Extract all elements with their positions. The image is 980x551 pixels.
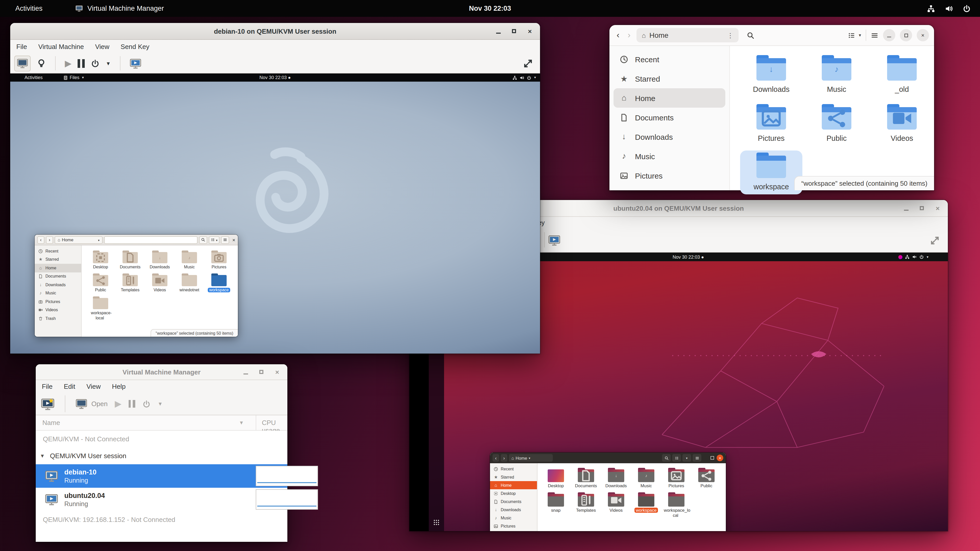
sort-indicator-icon[interactable]: ▼ <box>239 420 244 426</box>
sidebar-item[interactable]: Videos <box>490 530 537 531</box>
sidebar-item[interactable]: Documents <box>35 272 81 281</box>
connection-row-remote[interactable]: QEMU/KVM: 192.168.1.152 - Not Connected <box>36 511 287 527</box>
menu-button[interactable] <box>871 32 878 39</box>
vm-row-debian[interactable]: debian-10 Running <box>36 464 287 488</box>
connection-row[interactable]: QEMU/KVM - Not Connected <box>36 430 287 448</box>
sidebar-item[interactable]: Recent <box>614 49 725 69</box>
search-button[interactable] <box>199 236 207 244</box>
folder-item[interactable]: winedotnet <box>176 273 203 292</box>
virtual-displays-icon[interactable] <box>130 58 142 68</box>
maximize-button[interactable] <box>510 27 518 35</box>
column-name[interactable]: Name <box>42 419 60 427</box>
sidebar-item[interactable]: Pictures <box>35 297 81 306</box>
menu-item[interactable]: Help <box>107 381 131 392</box>
sidebar-item[interactable]: Desktop <box>490 489 537 497</box>
folder-item[interactable]: Public <box>805 102 868 145</box>
fullscreen-icon[interactable] <box>930 236 940 245</box>
folder-item[interactable]: Templates <box>572 492 600 518</box>
close-button[interactable]: × <box>526 27 534 35</box>
folder-item[interactable]: ♪ Music <box>632 467 660 489</box>
details-button[interactable] <box>37 59 46 68</box>
console-button[interactable] <box>14 56 30 71</box>
close-button[interactable]: × <box>717 454 723 461</box>
minimize-button[interactable] <box>494 27 502 35</box>
ubuntu-guest-tray[interactable]: ▾ <box>899 254 928 259</box>
folder-item[interactable]: Documents <box>116 250 144 269</box>
back-button[interactable]: ‹ <box>614 30 621 40</box>
folder-item[interactable]: Pictures <box>740 102 802 145</box>
window-vmm[interactable]: Virtual Machine Manager × FileEditViewHe… <box>36 364 287 542</box>
debian-guest-screen[interactable]: Activities Files ▼ Nov 30 22:03 ● ▾ ‹ <box>10 73 540 354</box>
location-bar[interactable]: ⌂ Home ▾ <box>55 236 103 244</box>
sidebar-item[interactable]: ↓ Downloads <box>35 281 81 289</box>
sidebar-item[interactable]: ⌂ Home <box>614 88 725 108</box>
back-button[interactable]: ‹ <box>37 236 45 244</box>
sidebar-item[interactable]: Pictures <box>490 522 537 530</box>
pause-button[interactable] <box>129 400 135 408</box>
debian-guest-tray[interactable]: ▾ <box>513 75 536 80</box>
minimize-button[interactable] <box>902 204 910 212</box>
connection-row-expanded[interactable]: ▼ QEMU/KVM User session <box>36 448 287 464</box>
fullscreen-icon[interactable] <box>523 59 533 68</box>
sidebar-item[interactable]: ★ Starred <box>614 69 725 88</box>
minimize-button[interactable] <box>242 368 250 376</box>
maximize-button[interactable] <box>711 456 714 460</box>
location-bar[interactable]: ⌂ Home ⋮ <box>637 28 739 42</box>
debian-files-window[interactable]: ‹ › ⌂ Home ▾ ▾ × <box>35 235 238 337</box>
vmm-titlebar[interactable]: Virtual Machine Manager × <box>36 364 287 380</box>
folder-item[interactable]: Videos <box>602 492 630 518</box>
sidebar-item[interactable]: Recent <box>35 247 81 256</box>
close-button[interactable]: × <box>917 29 929 41</box>
close-button[interactable]: × <box>934 204 942 212</box>
menu-item[interactable]: Virtual Machine <box>33 41 89 52</box>
menu-item[interactable]: View <box>90 41 115 52</box>
sidebar-item[interactable]: Videos <box>35 306 81 314</box>
folder-item[interactable]: snap <box>542 492 570 518</box>
window-host-files[interactable]: ‹ › ⌂ Home ⋮ ▾ × <box>609 25 934 190</box>
folder-item[interactable]: workspace <box>205 273 233 292</box>
menu-button[interactable] <box>221 236 229 244</box>
menu-item[interactable]: File <box>11 41 32 52</box>
view-toggle-button[interactable]: ▾ <box>848 32 861 39</box>
menu-button[interactable] <box>693 454 701 462</box>
back-button[interactable]: ‹ <box>493 454 499 462</box>
menu-item[interactable]: Send Key <box>116 41 155 52</box>
sidebar-item[interactable]: Documents <box>614 108 725 127</box>
path-entry[interactable] <box>104 236 197 244</box>
sidebar-item[interactable]: Recent <box>490 465 537 473</box>
folder-item[interactable]: Documents <box>572 467 600 489</box>
shutdown-button[interactable] <box>91 59 100 68</box>
close-button[interactable]: × <box>273 368 281 376</box>
debian-files-content[interactable]: Desktop Documents ↓ Downloads ♪ Music <box>82 245 238 337</box>
debian-vm-titlebar[interactable]: debian-10 on QEMU/KVM User session × <box>10 23 540 40</box>
app-indicator-icon[interactable] <box>899 255 903 259</box>
menu-item[interactable]: Edit <box>59 381 80 392</box>
virtual-displays-icon[interactable] <box>548 235 560 246</box>
folder-item[interactable]: Public <box>87 273 115 292</box>
guest-app-menu[interactable]: Files ▼ <box>63 75 84 80</box>
search-button[interactable] <box>662 454 671 462</box>
search-button[interactable] <box>747 32 755 39</box>
shutdown-button[interactable] <box>142 400 151 408</box>
sidebar-item[interactable]: ↓ Downloads <box>490 506 537 514</box>
maximize-button[interactable] <box>900 29 912 41</box>
folder-item[interactable]: ♪ Music <box>176 250 203 269</box>
show-applications-icon[interactable] <box>433 519 440 526</box>
folder-item[interactable]: Desktop <box>87 250 115 269</box>
folder-item[interactable]: workspace_local <box>662 492 690 518</box>
run-button[interactable]: ▶ <box>115 399 121 409</box>
forward-button[interactable]: › <box>625 30 632 40</box>
view-options-button[interactable]: ▾ <box>682 454 691 462</box>
guest-activities-button[interactable]: Activities <box>24 75 43 80</box>
minimize-button[interactable] <box>883 29 895 41</box>
system-tray[interactable] <box>927 4 971 13</box>
folder-item[interactable]: _old <box>871 53 933 97</box>
expander-icon[interactable]: ▼ <box>40 453 45 459</box>
kebab-menu-icon[interactable]: ⋮ <box>727 32 734 39</box>
sidebar-item[interactable]: ♪ Music <box>614 146 725 166</box>
new-vm-button[interactable] <box>41 398 55 410</box>
vm-row-ubuntu[interactable]: ubuntu20.04 Running <box>36 488 287 511</box>
folder-item[interactable]: Public <box>692 467 721 489</box>
sidebar-item[interactable]: Pictures <box>614 166 725 185</box>
host-files-content[interactable]: ↓ Downloads ♪ Music _old Pictures <box>730 46 934 190</box>
